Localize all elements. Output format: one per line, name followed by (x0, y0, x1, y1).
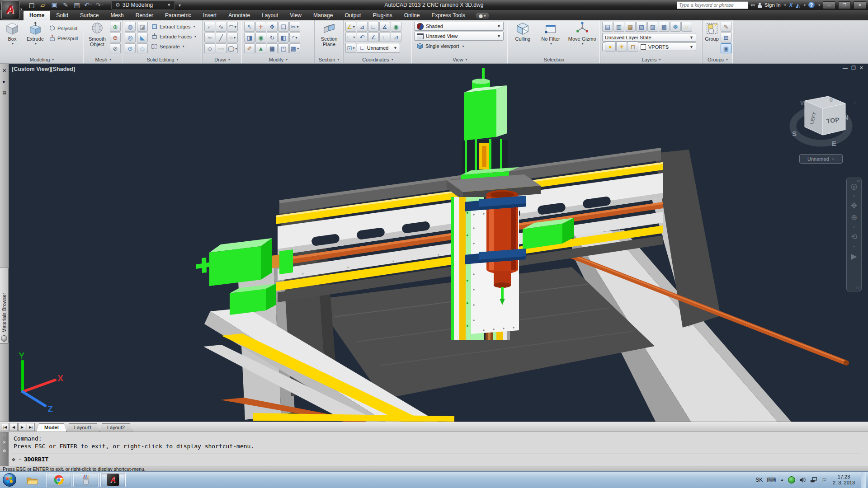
chevron-down-icon[interactable]: ▾ (818, 3, 820, 7)
chevron-down-icon[interactable]: ▾ (804, 3, 806, 7)
save-button[interactable]: ▣ (49, 0, 60, 9)
tab-annotate[interactable]: Annotate (222, 11, 256, 20)
extrude-faces-button[interactable]: Extrude Faces▾ (150, 32, 197, 41)
ucs-z-axis-button[interactable]: ⊿ (391, 32, 401, 42)
mirror-button[interactable]: ◧ (278, 33, 289, 42)
navbar-options-icon[interactable]: ⊖ (856, 286, 859, 290)
next-tab-button[interactable]: ▶ (18, 423, 26, 431)
layer-unlock-button[interactable]: ⊓ (627, 42, 638, 52)
layer-thaw-sun-button[interactable]: ☀ (616, 42, 627, 52)
solid-subtract-button[interactable]: ◎ (125, 33, 136, 42)
smooth-object-button[interactable]: Smooth Object (86, 22, 108, 47)
viewcube[interactable]: N E S W TOP LEFT BACK Unnamed ▽ (787, 87, 855, 168)
tab-mesh[interactable]: Mesh (104, 11, 129, 20)
layer-make-current-button[interactable]: ▦ (625, 22, 636, 32)
smooth-more-button[interactable]: ⊕ (110, 22, 121, 32)
section-plane-button[interactable]: Section Plane (316, 22, 342, 47)
redo-button[interactable]: ↷▾ (94, 0, 105, 9)
viewport-status-label[interactable]: [Custom View][Shaded] (12, 66, 75, 72)
stretch-button[interactable]: ↖ (244, 22, 255, 32)
prev-tab-button[interactable]: ◀ (9, 423, 18, 431)
rotate-3d-button[interactable]: ◉ (255, 33, 266, 42)
materials-browser-tab[interactable]: Materials Browser (0, 267, 9, 344)
ribbon-display-options-button[interactable]: ⬤ ▾ (476, 13, 489, 19)
help-icon[interactable]: ? (808, 2, 815, 8)
interfere-button[interactable]: ◪ (137, 22, 148, 32)
tab-output[interactable]: Output (339, 11, 367, 20)
tab-layout1[interactable]: Layout1 (66, 423, 99, 432)
ucs-view-button[interactable]: ⊡▾ (345, 43, 356, 53)
taskbar-autocad-button[interactable]: A (100, 473, 126, 487)
chevron-down-icon[interactable]: ▾ (784, 3, 786, 7)
layer-on-bulb-button[interactable]: ● (605, 42, 616, 52)
open-folder-button[interactable]: ▱ (38, 0, 48, 9)
rotate-button[interactable]: ↻ (267, 33, 278, 42)
navigation-wheel-icon[interactable]: ◎ (851, 183, 858, 190)
restore-button[interactable]: ❐ (838, 1, 851, 9)
polyline-button[interactable]: ⌐ (204, 22, 215, 32)
viewport-config-dropdown[interactable]: Single viewport ▾ (414, 42, 482, 51)
tab-model[interactable]: Model (37, 423, 66, 432)
sign-in-button[interactable]: Sign In (764, 2, 781, 8)
panel-label-modify[interactable]: Modify▾ (242, 56, 314, 63)
keyboard-icon[interactable]: ⌨ (767, 476, 776, 483)
tab-home[interactable]: Home (24, 11, 50, 20)
minimize-button[interactable]: — (823, 1, 835, 9)
collapse-dock-icon[interactable]: ▸ (1, 78, 8, 85)
line-button[interactable]: ╱ (216, 33, 226, 42)
panel-label-section[interactable]: Section▾ (315, 56, 343, 63)
first-tab-button[interactable]: |◀ (1, 423, 9, 431)
taskbar-clock[interactable]: 17:23 2. 3. 2013 (833, 474, 855, 486)
solid-intersect-button[interactable]: ⊙ (125, 43, 136, 53)
panel-label-solid-editing[interactable]: Solid Editing▾ (123, 56, 202, 63)
gizmo-move-button[interactable]: ✛ (255, 22, 266, 32)
panel-label-view[interactable]: View▾ (412, 56, 508, 63)
box-button[interactable]: Box▾ (2, 22, 23, 46)
qat-customize-button[interactable]: ▾ (179, 3, 181, 8)
ucs-named-button[interactable]: ⊿ (357, 22, 368, 32)
scale-button[interactable]: ▲ (255, 43, 266, 53)
tab-express-tools[interactable]: Express Tools (425, 11, 471, 20)
visual-style-dropdown[interactable]: Shaded ▼ (414, 22, 504, 31)
erase-button[interactable]: ✐ (244, 43, 255, 53)
layer-dropdown[interactable]: ●☀⊓ VPORTS ▼ (602, 42, 696, 51)
spline-button[interactable]: ∼ (204, 33, 215, 42)
layer-state-dropdown[interactable]: Unsaved Layer State ▼ (602, 33, 696, 42)
pan-icon[interactable]: ✥ (851, 202, 857, 210)
close-dock-icon[interactable]: ✕ (1, 67, 8, 74)
layer-isolate-button[interactable]: ▨ (647, 22, 658, 32)
smooth-less-button[interactable]: ⊖ (110, 33, 121, 42)
panel-label-mesh[interactable]: Mesh▾ (84, 56, 123, 63)
explode-button[interactable]: ◨ (244, 33, 255, 42)
tab-manage[interactable]: Manage (307, 11, 339, 20)
start-button[interactable] (0, 472, 19, 488)
circle-button[interactable]: ○▾ (227, 33, 238, 42)
group-edit-button[interactable]: ✎ (721, 22, 731, 32)
minimize-drawing-icon[interactable]: — (843, 65, 848, 71)
layer-unisolate-button[interactable]: ▩ (659, 22, 670, 32)
tab-insert[interactable]: Insert (197, 11, 222, 20)
showmotion-icon[interactable]: ▶ (851, 253, 857, 260)
workspace-switcher[interactable]: ⚙ 3D Modeling ▼ (111, 1, 175, 9)
taskbar-explorer-button[interactable] (20, 473, 44, 487)
close-button[interactable]: ✕ (854, 1, 866, 9)
ucs-object-button[interactable]: ∡ (379, 22, 390, 32)
autodesk-360-icon[interactable]: ◭ (796, 2, 800, 9)
application-menu-arrow-icon[interactable]: ▾ (20, 7, 22, 11)
array-button[interactable]: ▦ (267, 43, 278, 53)
panel-label-coordinates[interactable]: Coordinates▾ (344, 56, 412, 63)
tab-layout[interactable]: Layout (256, 11, 284, 20)
move-gizmo-button[interactable]: Move Gizmo▾ (566, 22, 598, 46)
taskbar-chrome-button[interactable] (46, 473, 71, 487)
command-input-text[interactable]: 3DORBIT (24, 456, 49, 463)
undo-button[interactable]: ↶▾ (83, 0, 94, 9)
close-drawing-icon[interactable]: ✕ (859, 65, 863, 71)
volume-icon[interactable] (799, 477, 806, 483)
taskbar-paint-button[interactable] (73, 473, 99, 487)
layer-freeze-button[interactable]: ❆ (670, 22, 681, 32)
tab-plugins[interactable]: Plug-ins (367, 11, 398, 20)
ucs-world-button[interactable]: ◉ (391, 22, 401, 32)
copy-button[interactable]: ❏ (278, 22, 289, 32)
close-command-icon[interactable]: ✕ (3, 439, 6, 445)
show-hidden-icons-button[interactable]: ▲ (780, 478, 784, 482)
